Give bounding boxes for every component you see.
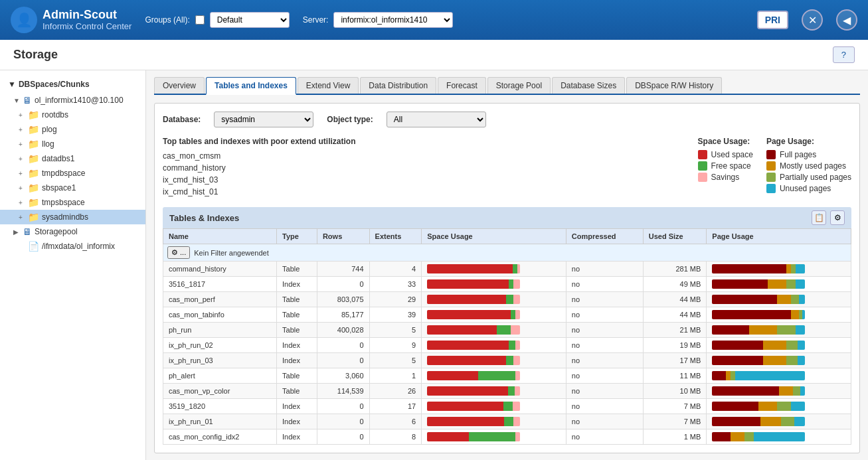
main-layout: ▼ DBSpaces/Chunks ▼ 🖥 ol_informix1410@10… [0, 70, 868, 460]
legend-mostly-used: Mostly used pages [766, 161, 851, 171]
file-icon: 📄 [28, 241, 39, 252]
cell-page-usage [707, 429, 851, 445]
table-row[interactable]: cas_mon_vp_color Table 114,539 26 no 10 … [163, 384, 851, 399]
cell-name: cas_mon_vp_color [163, 384, 277, 399]
cell-used-size: 17 MB [643, 353, 707, 368]
list-item: ix_cmd_hist_01 [163, 186, 685, 198]
table-row[interactable]: ph_alert Table 3,060 1 no 11 MB [163, 368, 851, 384]
cell-type: Table [277, 384, 317, 399]
table-row[interactable]: ix_ph_run_03 Index 0 5 no 17 MB [163, 353, 851, 368]
table-row[interactable]: cas_mon_perf Table 803,075 29 no 44 MB [163, 292, 851, 307]
cell-rows: 85,177 [317, 307, 369, 323]
legend-savings: Savings [698, 173, 753, 182]
filter-settings-button[interactable]: ⚙ ... [167, 246, 190, 259]
help-button[interactable]: ? [833, 46, 855, 63]
table-row[interactable]: cas_mon_tabinfo Table 85,177 39 no 44 MB [163, 307, 851, 323]
obj-select[interactable]: All Table Index [387, 112, 486, 127]
tree-label: sbspace1 [42, 183, 76, 192]
cell-space-usage [422, 338, 566, 353]
cell-space-usage [422, 323, 566, 338]
legend-unused: Unused pages [766, 184, 851, 193]
savings-color [698, 173, 707, 182]
sidebar-item-datadbs1[interactable]: + 📁 datadbs1 [0, 151, 145, 166]
folder-icon: 📁 [28, 153, 39, 164]
sidebar-item-llog[interactable]: + 📁 llog [0, 137, 145, 151]
poor-extend-title: Top tables and indexes with poor extend … [163, 137, 685, 146]
cell-space-usage [422, 292, 566, 307]
legend-free-space: Free space [698, 161, 753, 171]
table-row[interactable]: command_history Table 744 4 no 281 MB [163, 262, 851, 277]
db-select[interactable]: sysadmin syscdr sysmaster [214, 112, 313, 127]
table-row[interactable]: ix_ph_run_01 Index 0 6 no 7 MB [163, 414, 851, 429]
tree-label: llog [42, 139, 54, 149]
sidebar-item-tmpdbspace[interactable]: + 📁 tmpdbspace [0, 166, 145, 181]
cell-space-usage [422, 353, 566, 368]
tab-storage-pool[interactable]: Storage Pool [487, 77, 551, 94]
cell-compressed: no [566, 353, 643, 368]
folder-icon: 📁 [28, 183, 39, 193]
sidebar-item-ol-informix[interactable]: ▼ 🖥 ol_informix1410@10.100 [0, 93, 145, 108]
expand-icon: + [19, 141, 25, 148]
tree-label: rootdbs [42, 110, 68, 119]
cell-name: 3516_1817 [163, 277, 277, 292]
folder-icon: 📁 [28, 168, 39, 179]
cell-type: Index [277, 338, 317, 353]
expand-icon: + [19, 155, 25, 163]
expand-icon: ▶ [13, 228, 20, 236]
sidebar-item-ifmxdata[interactable]: 📄 /ifmxdata/ol_informix [0, 239, 145, 254]
sidebar-item-tmpsbspace[interactable]: + 📁 tmpsbspace [0, 195, 145, 210]
expand-icon: ▼ [13, 97, 20, 104]
cell-page-usage [707, 353, 851, 368]
table-row[interactable]: cas_mon_config_idx2 Index 0 8 no 1 MB [163, 429, 851, 445]
cell-name: ph_run [163, 323, 277, 338]
cell-rows: 0 [317, 277, 369, 292]
back-icon[interactable]: ◀ [836, 9, 857, 31]
filter-text: Kein Filter angewendet [194, 249, 269, 257]
tab-extend-view[interactable]: Extend View [298, 77, 359, 94]
sidebar-item-rootdbs[interactable]: + 📁 rootdbs [0, 108, 145, 122]
tab-forecast[interactable]: Forecast [438, 77, 486, 94]
tree-label: tmpsbspace [42, 198, 85, 207]
server-select[interactable]: informix:ol_informix1410 [333, 12, 453, 28]
table-row[interactable]: ph_run Table 400,028 5 no 21 MB [163, 323, 851, 338]
cell-used-size: 21 MB [643, 323, 707, 338]
table-row[interactable]: 3516_1817 Index 0 33 no 49 MB [163, 277, 851, 292]
tab-dbspace-rw[interactable]: DBSpace R/W History [626, 77, 722, 94]
groups-select[interactable]: Default [210, 12, 290, 28]
table-row[interactable]: 3519_1820 Index 0 17 no 7 MB [163, 399, 851, 414]
cell-used-size: 7 MB [643, 414, 707, 429]
cell-used-size: 49 MB [643, 277, 707, 292]
tab-database-sizes[interactable]: Database Sizes [552, 77, 625, 94]
col-name: Name [163, 229, 277, 244]
tab-tables-indexes[interactable]: Tables and Indexes [206, 77, 296, 95]
table-row[interactable]: ix_ph_run_02 Index 0 9 no 19 MB [163, 338, 851, 353]
cell-page-usage [707, 323, 851, 338]
tab-data-distribution[interactable]: Data Distribution [360, 77, 436, 94]
tab-overview[interactable]: Overview [154, 77, 205, 94]
cell-extents: 9 [369, 338, 422, 353]
refresh-icon[interactable]: ✕ [802, 9, 823, 31]
list-item: ix_cmd_hist_03 [163, 174, 685, 186]
db-icon: 🖥 [23, 226, 32, 237]
cell-used-size: 10 MB [643, 384, 707, 399]
cell-type: Index [277, 429, 317, 445]
sidebar-item-plog[interactable]: + 📁 plog [0, 122, 145, 137]
export-icon[interactable]: 📋 [812, 210, 826, 225]
sidebar-item-sbspace1[interactable]: + 📁 sbspace1 [0, 181, 145, 195]
settings-icon[interactable]: ⚙ [830, 210, 845, 225]
cell-compressed: no [566, 323, 643, 338]
col-space-usage: Space Usage [422, 229, 566, 244]
cell-name: ix_ph_run_03 [163, 353, 277, 368]
tab-bar: Overview Tables and Indexes Extend View … [154, 77, 860, 95]
cell-extents: 6 [369, 414, 422, 429]
sidebar-item-sysadmindbs[interactable]: + 📁 sysadmindbs [0, 210, 145, 224]
cell-used-size: 11 MB [643, 368, 707, 384]
cell-type: Table [277, 323, 317, 338]
folder-icon: 📁 [28, 139, 39, 149]
sidebar-item-storagepool[interactable]: ▶ 🖥 Storagepool [0, 224, 145, 239]
page-usage-legend: Page Usage: Full pages Mostly used pages [766, 137, 851, 198]
cell-page-usage [707, 292, 851, 307]
groups-label: Groups (All): [145, 15, 189, 25]
db-label: Database: [163, 115, 201, 124]
groups-checkbox[interactable] [195, 15, 205, 25]
